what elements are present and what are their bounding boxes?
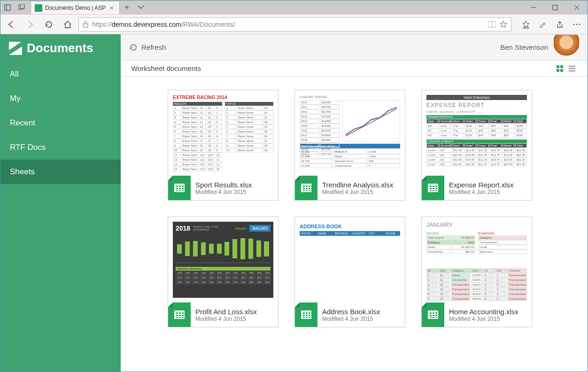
- sidebar-item-recent[interactable]: Recent: [0, 111, 121, 135]
- svg-rect-8: [83, 24, 88, 27]
- browser-tab[interactable]: Documents Demo | ASP ×: [31, 1, 120, 14]
- address-bar[interactable]: https://demos.devexpress.com/RWA/Documen…: [78, 17, 511, 31]
- card-footer: Profit And Loss.xlsxModified 4 Jun 2015: [168, 302, 278, 327]
- document-subtitle: Modified 4 Jun 2015: [449, 316, 527, 322]
- share-icon[interactable]: [552, 16, 568, 32]
- svg-rect-3: [20, 4, 24, 8]
- user-name[interactable]: Ben Stevenson: [500, 43, 548, 51]
- tab-close-icon[interactable]: ×: [108, 4, 116, 12]
- refresh-icon: [129, 43, 138, 52]
- filter-row: Worksheet documents: [121, 61, 588, 77]
- url-text: https://demos.devexpress.com/RWA/Documen…: [92, 21, 485, 28]
- document-card[interactable]: Vader EnterprisesEXPENSE REPORTPURPOSE: …: [421, 90, 532, 201]
- titlebar-left: Documents Demo | ASP × +: [0, 0, 148, 15]
- logo-icon: [9, 42, 22, 55]
- document-title: Profit And Loss.xlsx: [195, 308, 273, 316]
- spreadsheet-icon: [422, 302, 444, 327]
- document-thumbnail: ADDRESS BOOKPHOTONAMEBIRTHDAYCOUNTRYCITY…: [295, 217, 405, 302]
- sidebar-item-sheets[interactable]: Sheets: [0, 160, 121, 184]
- document-subtitle: Modified 4 Jun 2015: [322, 316, 400, 322]
- app: Documents AllMyRecentRTF DocsSheets Refr…: [0, 34, 588, 372]
- sidebar-item-all[interactable]: All: [0, 62, 121, 86]
- tab-title: Documents Demo | ASP: [45, 5, 108, 11]
- refresh-button[interactable]: Refresh: [129, 43, 166, 52]
- app-logo[interactable]: Documents: [0, 34, 121, 62]
- navbar: https://demos.devexpress.com/RWA/Documen…: [0, 15, 588, 34]
- document-title: Address Book.xlsx: [322, 308, 400, 316]
- more-icon[interactable]: [569, 16, 585, 32]
- document-thumbnail: JANUARYIncomeTotal income:$4,380.00Categ…: [422, 217, 532, 302]
- spreadsheet-icon: [168, 176, 191, 200]
- minimize-button[interactable]: [523, 0, 544, 15]
- document-subtitle: Modified 4 Jun 2015: [449, 189, 527, 195]
- card-footer: Address Book.xlsxModified 4 Jun 2015: [295, 302, 405, 327]
- document-subtitle: Modified 4 Jun 2015: [195, 189, 273, 195]
- svg-rect-21: [560, 69, 563, 72]
- card-footer: Trendline Analysis.xlsxModified 4 Jun 20…: [295, 176, 405, 200]
- titlebar: Documents Demo | ASP × +: [0, 0, 588, 15]
- filter-title: Worksheet documents: [131, 64, 201, 72]
- document-grid: EXTREME RACING 2014RESULTS1Racer Name102…: [121, 77, 588, 372]
- tabs-preview-icon[interactable]: [15, 0, 29, 15]
- spreadsheet-icon: [422, 176, 444, 200]
- favorites-hub-icon[interactable]: [518, 16, 534, 32]
- notes-icon[interactable]: [535, 16, 551, 32]
- document-card[interactable]: JANUARYIncomeTotal income:$4,380.00Categ…: [421, 217, 532, 327]
- document-title: Home Accounting.xlsx: [449, 308, 527, 316]
- reload-button[interactable]: [41, 16, 57, 32]
- svg-rect-0: [5, 5, 10, 10]
- document-card[interactable]: 2018PROFIT AND LOSS STATEMENTDevAV$40,58…: [168, 217, 279, 327]
- document-thumbnail: Vader EnterprisesEXPENSE REPORTPURPOSE: …: [422, 90, 532, 176]
- tabs-aside-icon[interactable]: [0, 0, 15, 15]
- document-subtitle: Modified 4 Jun 2015: [322, 189, 400, 195]
- sidebar-item-rtf-docs[interactable]: RTF Docs: [0, 135, 121, 160]
- document-title: Expense Report.xlsx: [449, 181, 527, 189]
- logo-text: Documents: [27, 41, 93, 55]
- spreadsheet-icon: [295, 176, 317, 200]
- card-footer: Expense Report.xlsxModified 4 Jun 2015: [422, 176, 532, 200]
- document-thumbnail: 2018PROFIT AND LOSS STATEMENTDevAV$40,58…: [168, 217, 278, 302]
- toolbar: Refresh Ben Stevenson: [121, 34, 588, 61]
- avatar[interactable]: [554, 35, 579, 60]
- refresh-label: Refresh: [141, 43, 166, 51]
- document-card[interactable]: ADDRESS BOOKPHOTONAMEBIRTHDAYCOUNTRYCITY…: [294, 217, 405, 327]
- svg-point-14: [576, 23, 578, 25]
- card-footer: Home Accounting.xlsxModified 4 Jun 2015: [422, 302, 532, 327]
- tab-favicon-icon: [35, 4, 42, 12]
- document-title: Trendline Analysis.xlsx: [322, 181, 400, 189]
- lock-icon: [83, 21, 88, 28]
- card-footer: Sport Results.xlsxModified 4 Jun 2015: [168, 176, 278, 200]
- reading-view-icon[interactable]: [488, 21, 496, 28]
- svg-rect-5: [553, 5, 557, 10]
- grid-view-button[interactable]: [555, 63, 565, 74]
- browser-window: Documents Demo | ASP × + https://demos.d…: [0, 0, 588, 372]
- main: Refresh Ben Stevenson Worksheet document…: [121, 34, 588, 372]
- home-button[interactable]: [60, 16, 76, 32]
- svg-rect-18: [557, 65, 559, 68]
- svg-point-13: [573, 23, 575, 25]
- tab-actions-button[interactable]: [134, 5, 148, 10]
- document-thumbnail: LINEAR TREND2010$100002011$107002012$114…: [295, 90, 405, 176]
- forward-button[interactable]: [22, 16, 38, 32]
- svg-rect-20: [557, 69, 559, 72]
- svg-rect-19: [560, 65, 563, 68]
- sidebar-item-my[interactable]: My: [0, 86, 121, 111]
- window-controls: [523, 0, 588, 15]
- close-window-button[interactable]: [566, 0, 588, 15]
- spreadsheet-icon: [295, 302, 317, 327]
- document-card[interactable]: LINEAR TREND2010$100002011$107002012$114…: [294, 90, 405, 201]
- document-subtitle: Modified 4 Jun 2015: [195, 316, 273, 322]
- svg-point-15: [579, 23, 580, 25]
- favorite-star-icon[interactable]: [500, 21, 507, 28]
- document-thumbnail: EXTREME RACING 2014RESULTS1Racer Name102…: [168, 90, 278, 176]
- sidebar: Documents AllMyRecentRTF DocsSheets: [0, 34, 121, 372]
- back-button[interactable]: [3, 16, 19, 32]
- new-tab-button[interactable]: +: [120, 3, 134, 12]
- spreadsheet-icon: [168, 302, 191, 327]
- document-title: Sport Results.xlsx: [195, 181, 273, 189]
- document-card[interactable]: EXTREME RACING 2014RESULTS1Racer Name102…: [168, 90, 279, 201]
- navbar-right: [518, 16, 585, 32]
- maximize-button[interactable]: [544, 0, 566, 15]
- list-view-button[interactable]: [567, 63, 577, 74]
- sidebar-nav: AllMyRecentRTF DocsSheets: [0, 62, 121, 184]
